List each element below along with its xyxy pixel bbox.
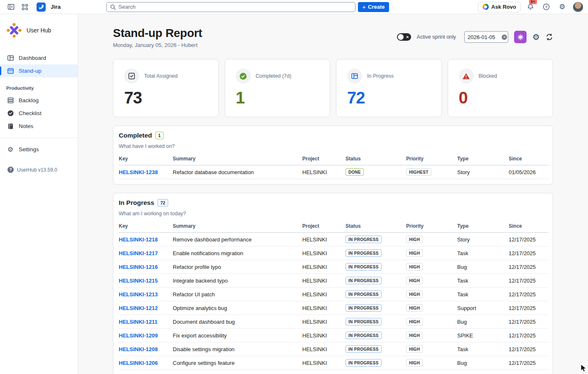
sparkle-icon [517,34,524,40]
issue-key-link[interactable]: HELSINKI-1217 [119,250,158,256]
help-button[interactable]: ? [541,1,552,13]
key-link-cell: HELSINKI-1213 [119,288,173,301]
priority-cell: HIGH [406,288,457,301]
sidebar-item-standup[interactable]: Stand-up [0,64,78,77]
table-row: HELSINKI-1209Fix export accessibilityHEL… [119,329,549,342]
date-field[interactable]: ✕ [464,31,508,43]
column-header-type: Type [457,154,509,165]
issue-key-link[interactable]: HELSINKI-1213 [119,291,158,298]
summary-cell: Configure settings feature [173,356,302,370]
plus-icon: + [362,4,366,10]
issue-key-link[interactable]: HELSINKI-1208 [119,346,158,352]
issue-key-link[interactable]: HELSINKI-1211 [119,319,157,325]
priority-cell: HIGHEST [406,165,457,179]
column-header-type: Type [457,221,509,233]
priority-badge: HIGH [406,290,423,298]
since-cell: 12/17/2025 [509,288,549,301]
status-badge: IN PROGRESS [345,304,382,312]
clear-date-icon[interactable]: ✕ [502,34,507,40]
settings-button[interactable]: ⚙ [556,1,568,13]
summary-cell: Refactor database documentation [173,165,302,179]
stat-value: 72 [347,89,431,107]
priority-cell: HIGH [406,274,457,288]
type-cell: Task [457,274,509,288]
issue-key-link[interactable]: HELSINKI-1215 [119,278,158,284]
page-subtitle: Monday, January 05, 2026 - Hubert [113,42,202,48]
sidebar-item-label: Stand-up [19,68,42,74]
key-link-cell: HELSINKI-1206 [119,356,173,370]
notifications-button[interactable]: 9+ [525,1,537,13]
status-cell: IN PROGRESS [345,342,406,356]
date-input[interactable] [468,34,499,40]
status-badge: IN PROGRESS [345,359,382,367]
toggle-knob [398,34,404,40]
completed-table: KeySummaryProjectStatusPriorityTypeSince… [119,154,549,179]
jira-logo-icon[interactable] [37,2,46,12]
since-cell: 12/17/2025 [509,329,549,342]
summary-cell: Refactor UI patch [173,288,302,301]
workspace-header[interactable]: User Hub [0,22,78,41]
workspace-name: User Hub [27,27,51,34]
sidebar-item-settings[interactable]: ⚙ Settings [0,143,78,156]
report-settings-button[interactable]: ⚙ [532,33,540,41]
stat-card-total-assigned: Total Assigned 73 [113,59,219,117]
page-title: Stand-up Report [113,27,202,40]
column-header-status: Status [345,221,406,233]
status-cell: IN PROGRESS [345,315,406,329]
active-sprint-toggle[interactable]: ✕ [397,33,411,41]
stat-value: 73 [124,89,208,107]
issue-key-link[interactable]: HELSINKI-1238 [119,169,158,175]
ai-summary-button[interactable] [514,31,527,43]
table-row: HELSINKI-1216Refactor profile typoHELSIN… [119,260,549,274]
priority-badge: HIGHEST [406,168,431,176]
priority-cell: HIGH [406,301,457,315]
sidebar-item-checklist[interactable]: Checklist [0,107,78,120]
project-cell: HELSINKI [302,356,345,370]
type-cell: Task [457,342,509,356]
summary-cell: Disable settings migration [173,342,302,356]
issue-key-link[interactable]: HELSINKI-1206 [119,360,158,366]
count-badge: 1 [155,132,164,139]
since-cell: 12/17/2025 [509,342,549,356]
settings-gear-icon: ⚙ [6,145,15,153]
create-button[interactable]: + Create [358,2,389,12]
priority-cell: HIGH [406,260,457,274]
status-cell: IN PROGRESS [345,274,406,288]
priority-badge: HIGH [406,304,423,312]
app-title: Jira [51,4,61,10]
issue-key-link[interactable]: HELSINKI-1218 [119,236,158,243]
type-cell: Story [457,165,509,179]
sidebar-item-dashboard[interactable]: Dashboard [0,52,78,64]
refresh-button[interactable] [546,33,553,41]
app-switcher-icon[interactable] [19,1,31,13]
search-input[interactable] [118,4,352,10]
sidebar-item-backlog[interactable]: Backlog [0,94,78,107]
summary-cell: Refactor profile typo [173,260,302,274]
stat-card-blocked: Blocked 0 [448,59,554,117]
column-header-status: Status [345,154,406,165]
in-progress-table: KeySummaryProjectStatusPriorityTypeSince… [119,221,549,370]
project-cell: HELSINKI [302,342,345,356]
status-badge: IN PROGRESS [345,249,382,257]
stat-label: Completed (7d) [256,73,292,79]
status-badge: IN PROGRESS [345,318,382,325]
status-cell: DONE [345,165,406,179]
search-icon [110,4,116,10]
key-link-cell: HELSINKI-1238 [119,165,173,179]
status-badge: DONE [345,168,364,176]
issue-key-link[interactable]: HELSINKI-1209 [119,332,158,339]
issue-key-link[interactable]: HELSINKI-1212 [119,305,158,311]
user-avatar[interactable] [573,2,583,12]
main-content: Stand-up Report Monday, January 05, 2026… [78,14,588,374]
type-cell: Story [457,233,509,246]
sidebar-toggle-icon[interactable] [5,1,17,13]
status-badge: IN PROGRESS [345,290,382,298]
global-search[interactable] [106,2,355,12]
ask-rovo-button[interactable]: Ask Rovo [478,2,521,12]
sidebar-item-notes[interactable]: Notes [0,120,78,133]
table-row: HELSINKI-1238Refactor database documenta… [119,165,549,179]
count-badge: 72 [157,199,168,207]
priority-cell: HIGH [406,246,457,260]
refresh-icon [546,33,553,41]
issue-key-link[interactable]: HELSINKI-1216 [119,264,158,270]
